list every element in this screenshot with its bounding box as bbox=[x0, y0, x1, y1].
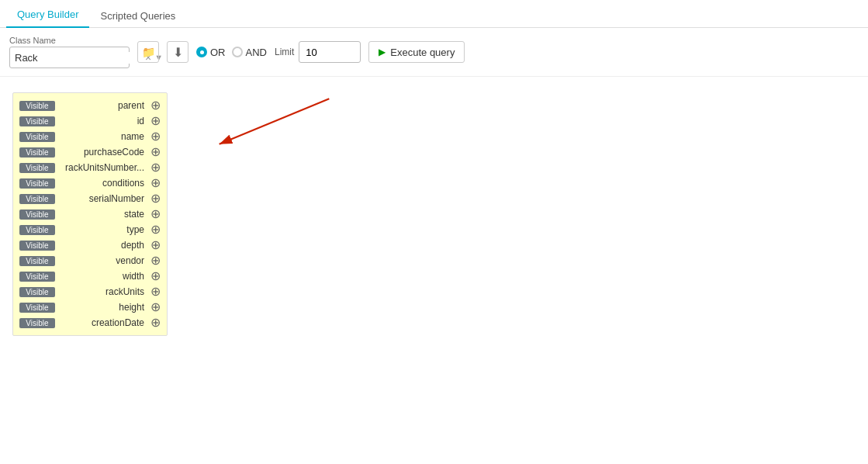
visible-badge[interactable]: Visible bbox=[19, 178, 55, 189]
table-row: VisiblecreationDate⊕ bbox=[16, 315, 164, 331]
execute-query-label: Execute query bbox=[390, 47, 455, 58]
field-name: parent bbox=[58, 100, 147, 111]
table-row: Visibleparent⊕ bbox=[16, 98, 164, 113]
limit-label: Limit bbox=[275, 47, 294, 57]
content-area bbox=[183, 92, 856, 336]
class-name-group: Class Name × ▼ bbox=[9, 36, 130, 68]
folder-button[interactable]: 📁 bbox=[137, 41, 159, 63]
table-row: VisiblepurchaseCode⊕ bbox=[16, 144, 164, 160]
table-row: VisiblerackUnits⊕ bbox=[16, 284, 164, 300]
main-content: Visibleparent⊕Visibleid⊕Visiblename⊕Visi… bbox=[0, 77, 868, 351]
tab-scripted-queries[interactable]: Scripted Queries bbox=[89, 4, 186, 28]
add-field-icon[interactable]: ⊕ bbox=[150, 99, 161, 112]
field-name: creationDate bbox=[58, 317, 147, 328]
field-name: purchaseCode bbox=[58, 147, 147, 158]
play-icon: ▶ bbox=[379, 47, 386, 57]
table-row: Visibleconditions⊕ bbox=[16, 175, 164, 191]
visible-badge[interactable]: Visible bbox=[19, 225, 55, 235]
field-name: name bbox=[58, 131, 147, 142]
table-row: Visibleid⊕ bbox=[16, 113, 164, 129]
table-row: Visibledepth⊕ bbox=[16, 237, 164, 253]
or-and-group: OR AND bbox=[196, 47, 267, 58]
field-name: rackUnitsNumber... bbox=[58, 162, 147, 173]
toolbar: Class Name × ▼ 📁 ⬇ OR AND Limit ▶ Execut… bbox=[0, 28, 868, 77]
or-label: OR bbox=[210, 47, 226, 58]
table-row: Visibletype⊕ bbox=[16, 222, 164, 237]
visible-badge[interactable]: Visible bbox=[19, 303, 55, 313]
visible-badge[interactable]: Visible bbox=[19, 116, 55, 126]
and-radio-circle bbox=[232, 47, 243, 57]
folder-icon: 📁 bbox=[142, 46, 155, 58]
tab-query-builder[interactable]: Query Builder bbox=[6, 2, 89, 28]
add-field-icon[interactable]: ⊕ bbox=[150, 146, 161, 158]
field-name: conditions bbox=[58, 178, 147, 189]
field-name: vendor bbox=[58, 255, 147, 266]
table-row: Visiblevendor⊕ bbox=[16, 253, 164, 268]
add-field-icon[interactable]: ⊕ bbox=[150, 255, 161, 267]
add-field-icon[interactable]: ⊕ bbox=[150, 161, 161, 174]
field-name: height bbox=[58, 302, 147, 313]
add-field-icon[interactable]: ⊕ bbox=[150, 239, 161, 251]
add-field-icon[interactable]: ⊕ bbox=[150, 270, 161, 282]
table-row: VisiblerackUnitsNumber...⊕ bbox=[16, 160, 164, 175]
class-name-input-wrapper: × ▼ bbox=[9, 47, 130, 68]
table-row: Visiblewidth⊕ bbox=[16, 268, 164, 284]
table-row: Visiblename⊕ bbox=[16, 129, 164, 144]
limit-input[interactable] bbox=[299, 41, 361, 63]
visible-badge[interactable]: Visible bbox=[19, 147, 55, 158]
visible-badge[interactable]: Visible bbox=[19, 194, 55, 204]
and-radio-option[interactable]: AND bbox=[232, 47, 267, 58]
class-name-label: Class Name bbox=[9, 36, 130, 45]
tabs-bar: Query Builder Scripted Queries bbox=[0, 0, 868, 28]
or-radio-option[interactable]: OR bbox=[196, 47, 226, 58]
add-field-icon[interactable]: ⊕ bbox=[150, 223, 161, 236]
svg-line-1 bbox=[220, 99, 330, 144]
field-name: state bbox=[58, 209, 147, 220]
add-field-icon[interactable]: ⊕ bbox=[150, 286, 161, 298]
field-name: id bbox=[58, 116, 147, 126]
class-name-input[interactable] bbox=[15, 52, 145, 64]
add-field-icon[interactable]: ⊕ bbox=[150, 208, 161, 220]
field-name: serialNumber bbox=[58, 193, 147, 204]
add-field-icon[interactable]: ⊕ bbox=[150, 130, 161, 143]
visible-badge[interactable]: Visible bbox=[19, 163, 55, 173]
visible-badge[interactable]: Visible bbox=[19, 287, 55, 297]
download-icon: ⬇ bbox=[173, 45, 183, 60]
annotation-arrow bbox=[183, 92, 385, 170]
table-row: VisibleserialNumber⊕ bbox=[16, 191, 164, 206]
or-radio-circle bbox=[196, 47, 207, 57]
visible-badge[interactable]: Visible bbox=[19, 241, 55, 251]
add-field-icon[interactable]: ⊕ bbox=[150, 301, 161, 313]
and-label: AND bbox=[246, 47, 267, 58]
fields-table: Visibleparent⊕Visibleid⊕Visiblename⊕Visi… bbox=[12, 92, 168, 336]
visible-badge[interactable]: Visible bbox=[19, 209, 55, 220]
table-row: Visibleheight⊕ bbox=[16, 300, 164, 315]
field-name: width bbox=[58, 271, 147, 282]
visible-badge[interactable]: Visible bbox=[19, 132, 55, 142]
add-field-icon[interactable]: ⊕ bbox=[150, 115, 161, 127]
visible-badge[interactable]: Visible bbox=[19, 318, 55, 328]
add-field-icon[interactable]: ⊕ bbox=[150, 317, 161, 329]
add-field-icon[interactable]: ⊕ bbox=[150, 177, 161, 189]
execute-query-button[interactable]: ▶ Execute query bbox=[368, 41, 465, 63]
add-field-icon[interactable]: ⊕ bbox=[150, 192, 161, 205]
field-name: type bbox=[58, 224, 147, 235]
visible-badge[interactable]: Visible bbox=[19, 256, 55, 266]
download-button[interactable]: ⬇ bbox=[167, 41, 188, 63]
table-row: Visiblestate⊕ bbox=[16, 206, 164, 222]
field-name: depth bbox=[58, 240, 147, 251]
field-name: rackUnits bbox=[58, 286, 147, 297]
visible-badge[interactable]: Visible bbox=[19, 272, 55, 282]
limit-group: Limit bbox=[275, 41, 361, 63]
visible-badge[interactable]: Visible bbox=[19, 101, 55, 111]
